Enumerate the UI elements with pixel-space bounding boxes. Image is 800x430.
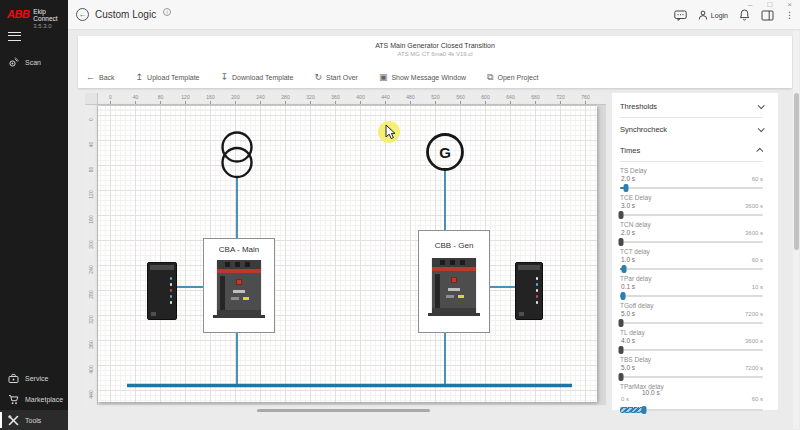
slider-fill [620,407,644,413]
app-window: ABB Ekip Connect 3.5.3.0 Scan Service [0,0,800,430]
ruler-tick-label: 280 [273,93,298,104]
toolbar-button-label: Show Message Window [391,74,466,81]
ruler-corner [85,93,98,105]
drawing-page[interactable]: G CBA - Main CBB - Gen [98,106,597,402]
slider-track[interactable] [620,349,763,352]
slider-thumb[interactable] [619,346,624,354]
ruler-tick-label: 680 [523,93,548,104]
breaker-block-cba-main[interactable]: CBA - Main [203,238,275,333]
bell-icon[interactable] [739,9,750,21]
app-name: Ekip Connect [33,8,68,23]
slider-value: 10.0 s [642,389,660,396]
time-slider: TCN delay 2.0 s 3600 s [620,220,763,247]
slider-min: 0 s [621,396,629,402]
slider-thumb[interactable] [642,406,647,414]
slider-label: TPar delay [620,275,651,282]
slider-track[interactable] [620,409,763,412]
svg-text:G: G [439,144,451,161]
info-icon[interactable]: i [163,8,171,16]
abb-logo: ABB [7,8,29,20]
time-slider: TS Delay 2.0 s 60 s [620,166,763,193]
relay-module-left[interactable] [147,262,177,320]
slider-thumb[interactable] [619,373,624,381]
ruler-tick-label: 80 [148,93,173,104]
section-label: Thresholds [620,102,657,111]
chevron-icon [758,102,765,109]
kebab-menu-icon[interactable]: ⋮ [785,9,794,21]
login-label: Login [711,12,728,19]
slider-thumb[interactable] [620,292,625,300]
section-list: Thresholds Synchrocheck Times [620,96,763,162]
toolbar-button[interactable]: ▣ Show Message Window [379,73,466,82]
sidebar-item-scan[interactable]: Scan [0,52,68,72]
ruler-tick-label: 360 [323,93,348,104]
ruler-tick-label: 400 [348,93,373,104]
breaker-image [432,258,476,314]
slider-track[interactable] [620,187,763,190]
slider-track[interactable] [620,376,763,379]
slider-label: TCT delay [620,248,650,255]
scrollbar-thumb[interactable] [794,93,799,250]
time-slider: TPar delay 0.1 s 10 s [620,274,763,301]
vertical-scrollbar[interactable] [793,31,799,429]
sidebar-item-service[interactable]: Service [0,368,68,388]
section-header[interactable]: Times [620,140,763,162]
transformer-symbol [223,133,252,178]
toolbar-button[interactable]: ↧ Download Template [221,73,294,82]
back-button[interactable]: ← [76,8,89,21]
time-slider: TCT delay 1.0 s 60 s [620,247,763,274]
slider-max: 60 s [752,396,763,402]
slider-thumb[interactable] [622,265,627,273]
sidebar-item-marketplace[interactable]: Marketplace [0,389,68,409]
slider-label: TCN delay [620,221,651,228]
toolbar-button[interactable]: ← Back [86,73,115,82]
time-slider: TL delay 4.0 s 3600 s [620,328,763,355]
brand: ABB Ekip Connect 3.5.3.0 [7,8,68,30]
breaker-block-cbb-gen[interactable]: CBB - Gen [418,230,490,333]
slider-thumb[interactable] [619,319,624,327]
logic-title: ATS Main Generator Closed Transition [78,42,792,49]
section-label: Times [620,146,640,155]
ruler-tick-label: 120 [173,93,198,104]
slider-track[interactable] [620,268,763,271]
toolbar-button[interactable]: ↻ Start Over [314,73,357,82]
relay-module-right[interactable] [515,262,543,320]
ruler-tick-label: 200 [223,93,248,104]
slider-label: TBS Delay [620,356,651,363]
scrollbar-thumb[interactable] [257,409,430,412]
toolbar-button[interactable]: ⧉ Open Project [487,73,538,82]
slider-track[interactable] [620,241,763,244]
toolbar-button[interactable]: ↥ Upload Template [136,73,200,82]
horizontal-scrollbar[interactable] [85,408,606,412]
slider-max: 10 s [752,284,763,290]
scan-icon [8,57,19,68]
ruler-tick-label: 520 [423,93,448,104]
login-button[interactable]: Login [698,10,728,20]
ruler-tick-label: 0 [98,93,123,104]
time-slider: TCE Delay 3.0 s 3600 s [620,193,763,220]
slider-label: TGoff delay [620,302,653,309]
section-header[interactable]: Thresholds [620,96,763,118]
slider-max: 3600 s [745,338,763,344]
slider-max: 60 s [752,176,763,182]
section-header[interactable]: Synchrocheck [620,118,763,140]
slider-thumb[interactable] [619,211,624,219]
service-icon [8,373,19,384]
panel-toggle-icon[interactable] [761,10,774,21]
menu-icon[interactable] [8,32,21,41]
slider-track[interactable] [620,214,763,217]
slider-thumb[interactable] [623,184,628,192]
chat-icon[interactable] [674,10,687,21]
slider-track[interactable] [620,295,763,298]
tools-icon [8,415,19,426]
slider-thumb[interactable] [619,238,624,246]
slider-max: 60 s [752,257,763,263]
settings-panel: Thresholds Synchrocheck Times TS Delay 2… [612,93,778,410]
ruler-tick-label: 320 [298,93,323,104]
time-slider: TBS Delay 5.0 s 7200 s [620,355,763,382]
slider-track[interactable] [620,322,763,325]
sidebar-item-tools[interactable]: Tools [0,410,68,430]
diagram-canvas: 0408012016020024028032036040044048052056… [85,93,606,405]
ruler-tick-label: 720 [548,93,573,104]
chevron-icon [756,148,763,155]
